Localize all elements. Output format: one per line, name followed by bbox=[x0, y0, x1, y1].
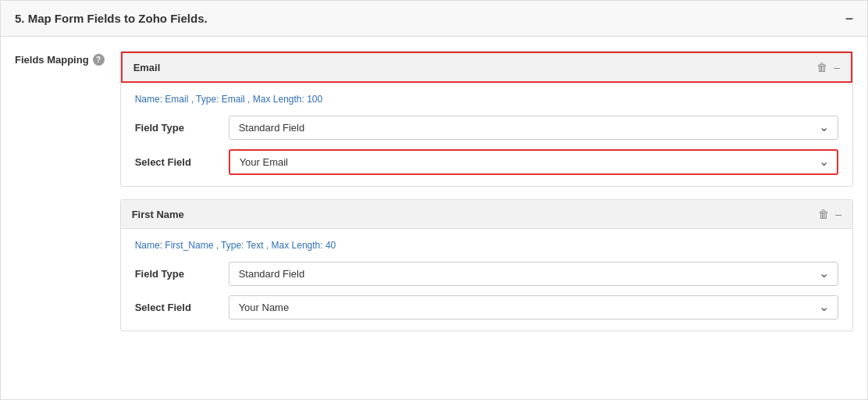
collapse-button[interactable]: – bbox=[845, 10, 853, 27]
first-name-select-field-wrapper: Your Name Your Email bbox=[229, 295, 838, 320]
email-card-actions: 🗑 – bbox=[816, 61, 840, 73]
email-card-title: Email bbox=[133, 62, 161, 73]
email-select-field-select[interactable]: Your Email Your Name bbox=[229, 149, 838, 175]
content-area: Fields Mapping ? Email 🗑 – Name: Email ,… bbox=[1, 37, 867, 345]
email-meta-info: Name: Email , Type: Email , Max Length: … bbox=[135, 94, 838, 105]
fields-mapping-text: Fields Mapping bbox=[15, 54, 89, 66]
first-name-field-type-label: Field Type bbox=[135, 268, 229, 280]
first-name-meta-text: Name: First_Name , Type: Text , Max Leng… bbox=[135, 240, 336, 251]
first-name-meta-info: Name: First_Name , Type: Text , Max Leng… bbox=[135, 240, 838, 251]
help-icon[interactable]: ? bbox=[93, 54, 105, 66]
email-meta-text: Name: Email , Type: Email , Max Length: … bbox=[135, 94, 323, 105]
main-container: 5. Map Form Fields to Zoho Fields. – Fie… bbox=[0, 0, 868, 400]
email-field-type-select[interactable]: Standard Field Custom Field bbox=[229, 116, 838, 140]
email-card-header: Email 🗑 – bbox=[121, 52, 852, 83]
first-name-select-field-select[interactable]: Your Name Your Email bbox=[229, 295, 838, 320]
first-name-field-type-row: Field Type Standard Field Custom Field bbox=[135, 262, 838, 286]
email-trash-icon[interactable]: 🗑 bbox=[816, 61, 827, 73]
first-name-card-title: First Name bbox=[132, 209, 184, 220]
mappings-area: Email 🗑 – Name: Email , Type: Email , Ma… bbox=[120, 51, 853, 331]
first-name-card-actions: 🗑 – bbox=[818, 208, 841, 220]
first-name-card-header: First Name 🗑 – bbox=[121, 200, 852, 229]
fields-mapping-label: Fields Mapping ? bbox=[15, 51, 105, 331]
first-name-card-body: Name: First_Name , Type: Text , Max Leng… bbox=[121, 229, 852, 330]
email-select-field-row: Select Field Your Email Your Name bbox=[135, 149, 838, 175]
first-name-select-field-label: Select Field bbox=[135, 302, 229, 313]
section-header: 5. Map Form Fields to Zoho Fields. – bbox=[1, 1, 867, 37]
email-card-body: Name: Email , Type: Email , Max Length: … bbox=[121, 83, 852, 186]
first-name-field-type-select[interactable]: Standard Field Custom Field bbox=[229, 262, 838, 286]
email-field-type-label: Field Type bbox=[135, 122, 229, 134]
email-field-type-row: Field Type Standard Field Custom Field bbox=[135, 116, 838, 140]
email-field-type-wrapper: Standard Field Custom Field bbox=[229, 116, 838, 140]
email-mapping-card: Email 🗑 – Name: Email , Type: Email , Ma… bbox=[120, 51, 853, 187]
email-select-field-label: Select Field bbox=[135, 156, 229, 168]
email-select-field-wrapper: Your Email Your Name bbox=[229, 149, 838, 175]
email-minus-icon[interactable]: – bbox=[834, 61, 840, 73]
first-name-trash-icon[interactable]: 🗑 bbox=[818, 208, 829, 220]
first-name-minus-icon[interactable]: – bbox=[835, 208, 841, 220]
first-name-mapping-card: First Name 🗑 – Name: First_Name , Type: … bbox=[120, 199, 853, 331]
first-name-field-type-wrapper: Standard Field Custom Field bbox=[229, 262, 838, 286]
section-title: 5. Map Form Fields to Zoho Fields. bbox=[15, 12, 208, 25]
first-name-select-field-row: Select Field Your Name Your Email bbox=[135, 295, 838, 320]
